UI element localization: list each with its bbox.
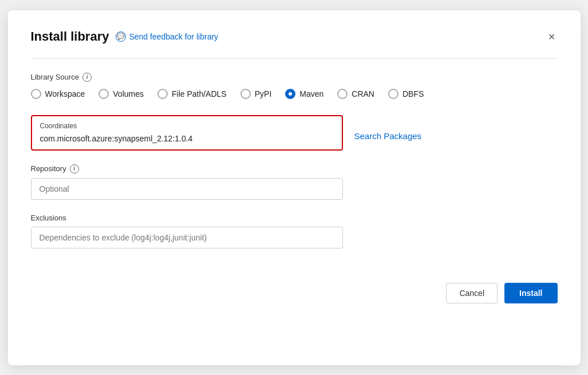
radio-pypi-circle [240, 89, 251, 99]
radio-maven-label: Maven [299, 89, 323, 98]
coordinates-input[interactable] [40, 134, 334, 143]
radio-volumes[interactable]: Volumes [98, 89, 144, 99]
library-source-radio-group: Workspace Volumes File Path/ADLS PyPI Ma… [31, 89, 558, 99]
repository-input[interactable] [31, 178, 343, 200]
exclusions-label: Exclusions [31, 214, 558, 222]
radio-filepath[interactable]: File Path/ADLS [157, 89, 227, 99]
feedback-icon: 💬 [116, 31, 126, 42]
search-packages-label: Search Packages [354, 131, 422, 141]
radio-filepath-label: File Path/ADLS [172, 89, 227, 98]
radio-maven-circle [285, 89, 295, 99]
repository-info-icon: i [70, 164, 79, 173]
radio-pypi[interactable]: PyPI [240, 89, 272, 99]
radio-filepath-circle [157, 89, 168, 99]
radio-dbfs-circle [388, 89, 398, 99]
radio-volumes-label: Volumes [113, 89, 144, 98]
dialog-title: Install library [31, 29, 109, 44]
close-button[interactable]: × [546, 29, 558, 45]
radio-cran-label: CRAN [352, 89, 374, 98]
search-packages-link[interactable]: Search Packages [354, 131, 422, 141]
radio-cran[interactable]: CRAN [337, 89, 374, 99]
radio-workspace-label: Workspace [45, 89, 85, 98]
radio-dbfs[interactable]: DBFS [388, 89, 424, 99]
exclusions-input[interactable] [31, 227, 343, 248]
radio-workspace[interactable]: Workspace [31, 89, 85, 99]
feedback-label: Send feedback for library [129, 32, 218, 41]
close-icon: × [548, 30, 555, 43]
coordinates-box: Coordinates [31, 115, 343, 151]
exclusions-section: Exclusions [31, 214, 558, 248]
repository-label: Repository i [31, 164, 558, 173]
install-library-dialog: Install library 💬 Send feedback for libr… [8, 10, 581, 365]
radio-volumes-circle [98, 89, 109, 99]
radio-dbfs-label: DBFS [402, 89, 424, 98]
radio-cran-circle [337, 89, 348, 99]
dialog-footer: Cancel Install [31, 283, 558, 303]
feedback-link[interactable]: 💬 Send feedback for library [116, 31, 218, 42]
library-source-label: Library Source i [31, 73, 558, 82]
coordinates-row: Coordinates Search Packages [31, 115, 558, 151]
install-button[interactable]: Install [504, 283, 557, 303]
repository-section: Repository i [31, 164, 558, 200]
title-row: Install library 💬 Send feedback for libr… [31, 29, 219, 44]
radio-maven[interactable]: Maven [285, 89, 323, 99]
radio-pypi-label: PyPI [255, 89, 272, 98]
radio-workspace-circle [31, 89, 41, 99]
coordinates-label: Coordinates [40, 122, 334, 130]
dialog-header: Install library 💬 Send feedback for libr… [31, 29, 558, 45]
header-divider [31, 58, 558, 59]
cancel-button[interactable]: Cancel [446, 283, 498, 303]
library-source-info-icon: i [82, 73, 92, 82]
coordinates-section: Coordinates Search Packages [31, 115, 558, 151]
